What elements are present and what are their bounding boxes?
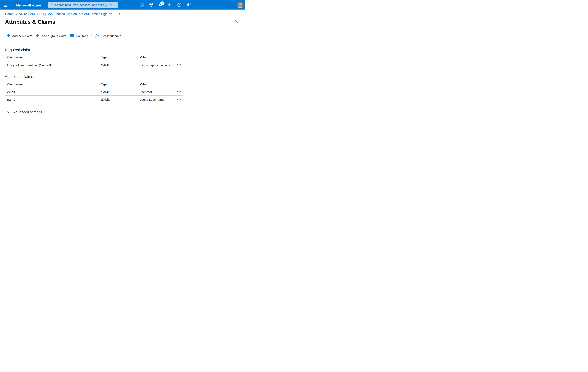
svg-text:?: ? (178, 4, 180, 6)
